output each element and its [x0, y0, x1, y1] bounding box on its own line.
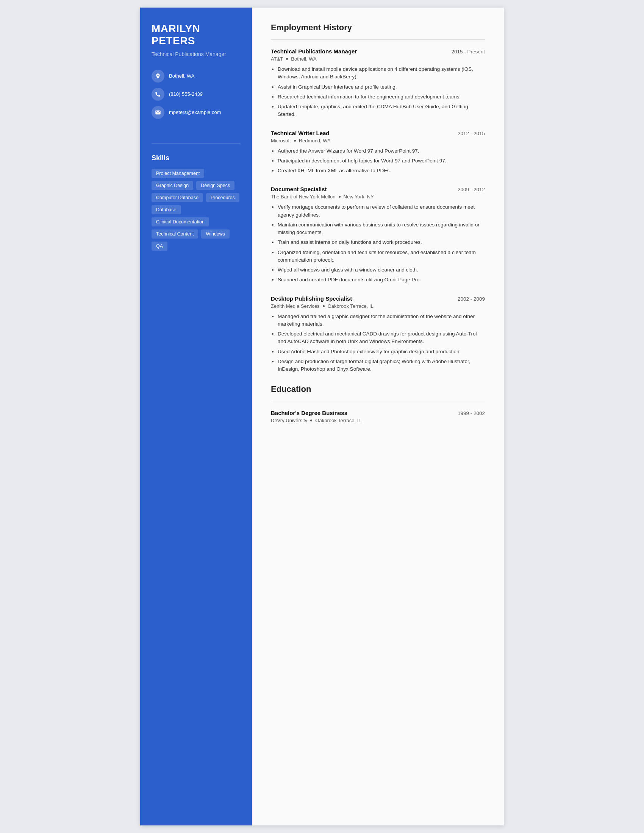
- job-title: Desktop Publishing Specialist: [271, 295, 352, 302]
- phone-icon: [151, 88, 164, 101]
- bullet-item: Scanned and created PDF documents utiliz…: [278, 276, 485, 284]
- bullet-item: Assist in Graphical User Interface and p…: [278, 83, 485, 91]
- sidebar: MARILYNPETERS Technical Publications Man…: [140, 8, 252, 825]
- bullet-item: Authored the Answer Wizards for Word 97 …: [278, 147, 485, 155]
- job-block: Desktop Publishing Specialist 2002 - 200…: [271, 295, 485, 373]
- job-header: Document Specialist 2009 - 2012: [271, 186, 485, 192]
- education-header: Bachelor's Degree Business 1999 - 2002: [271, 410, 485, 416]
- skill-tag: QA: [151, 241, 167, 251]
- skills-list: Project ManagementGraphic DesignDesign S…: [151, 169, 241, 251]
- bullet-item: Wiped all windows and glass with a windo…: [278, 266, 485, 274]
- skill-tag: Clinical Documentation: [151, 217, 209, 227]
- school-info: DeVry University Oakbrook Terrace, IL: [271, 418, 485, 423]
- education-heading: Education: [271, 384, 485, 394]
- bullet-item: Verify mortgage documents to perform a r…: [278, 203, 485, 219]
- resume-container: MARILYNPETERS Technical Publications Man…: [140, 8, 504, 825]
- job-dates: 2009 - 2012: [457, 187, 485, 192]
- school-location: Oakbrook Terrace, IL: [315, 418, 361, 423]
- employment-heading: Employment History: [271, 23, 485, 32]
- education-container: Bachelor's Degree Business 1999 - 2002 D…: [271, 410, 485, 423]
- bullet-item: Managed and trained a graphic designer f…: [278, 313, 485, 328]
- job-title: Document Specialist: [271, 186, 327, 192]
- job-company: Zenith Media Services Oakbrook Terrace, …: [271, 303, 485, 309]
- contact-location: Bothell, WA: [151, 70, 241, 82]
- skill-tag: Procedures: [206, 193, 240, 202]
- bullet-item: Design and production of large format di…: [278, 358, 485, 373]
- contact-section: Bothell, WA (810) 555-2439 mpeters@examp…: [151, 70, 241, 124]
- company-location: Bothell, WA: [291, 56, 316, 62]
- phone-text: (810) 555-2439: [169, 91, 203, 97]
- candidate-name: MARILYNPETERS: [151, 23, 241, 47]
- job-company: AT&T Bothell, WA: [271, 56, 485, 62]
- company-location: Redmond, WA: [299, 138, 331, 143]
- job-header: Technical Publications Manager 2015 - Pr…: [271, 48, 485, 55]
- job-dates: 2015 - Present: [451, 49, 485, 55]
- job-company: The Bank of New York Mellon New York, NY: [271, 194, 485, 199]
- school-dot: [310, 420, 312, 421]
- sidebar-divider: [151, 143, 241, 143]
- company-location: Oakbrook Terrace, IL: [328, 303, 374, 309]
- job-title: Technical Publications Manager: [271, 48, 357, 55]
- bullet-item: Train and assist interns on daily functi…: [278, 238, 485, 246]
- skill-tag: Technical Content: [151, 230, 198, 238]
- education-divider: [271, 401, 485, 401]
- location-text: Bothell, WA: [169, 73, 194, 79]
- job-header: Technical Writer Lead 2012 - 2015: [271, 130, 485, 136]
- email-text: mpeters@example.com: [169, 109, 221, 115]
- education-dates: 1999 - 2002: [457, 410, 485, 416]
- email-icon: [151, 106, 164, 119]
- job-block: Technical Publications Manager 2015 - Pr…: [271, 48, 485, 119]
- skills-heading: Skills: [151, 154, 241, 162]
- bullet-item: Maintain communication with various busi…: [278, 221, 485, 236]
- skill-tag: Windows: [201, 230, 230, 238]
- jobs-container: Technical Publications Manager 2015 - Pr…: [271, 48, 485, 373]
- company-dot: [294, 140, 296, 142]
- job-title: Technical Writer Lead: [271, 130, 330, 136]
- company-location: New York, NY: [344, 194, 374, 199]
- job-bullets: Verify mortgage documents to perform a r…: [271, 203, 485, 284]
- job-bullets: Download and install mobile device appli…: [271, 66, 485, 119]
- job-header: Desktop Publishing Specialist 2002 - 200…: [271, 295, 485, 302]
- job-dates: 2012 - 2015: [457, 130, 485, 136]
- bullet-item: Created XHTML from XML as alternative to…: [278, 167, 485, 175]
- skill-tag: Project Management: [151, 169, 204, 178]
- company-dot: [286, 58, 288, 60]
- bullet-item: Download and install mobile device appli…: [278, 66, 485, 81]
- main-content: Employment History Technical Publication…: [252, 8, 504, 825]
- company-name: AT&T: [271, 56, 283, 62]
- bullet-item: Updated template, graphics, and edited t…: [278, 103, 485, 119]
- job-dates: 2002 - 2009: [457, 296, 485, 302]
- job-block: Technical Writer Lead 2012 - 2015 Micros…: [271, 130, 485, 175]
- company-dot: [323, 305, 325, 307]
- bullet-item: Developed electrical and mechanical CADD…: [278, 330, 485, 346]
- bullet-item: Participated in development of help topi…: [278, 157, 485, 165]
- job-company: Microsoft Redmond, WA: [271, 138, 485, 143]
- skills-section: Skills Project ManagementGraphic DesignD…: [151, 154, 241, 251]
- bullet-item: Used Adobe Flash and Photoshop extensive…: [278, 348, 485, 355]
- candidate-title: Technical Publications Manager: [151, 51, 241, 58]
- company-name: Microsoft: [271, 138, 291, 143]
- company-dot: [339, 196, 341, 198]
- education-section: Education Bachelor's Degree Business 199…: [271, 384, 485, 423]
- job-bullets: Managed and trained a graphic designer f…: [271, 313, 485, 373]
- school-name: DeVry University: [271, 418, 307, 423]
- contact-email: mpeters@example.com: [151, 106, 241, 119]
- location-icon: [151, 70, 164, 82]
- bullet-item: Organized training, orientation and tech…: [278, 249, 485, 264]
- skill-tag: Database: [151, 205, 181, 214]
- company-name: The Bank of New York Mellon: [271, 194, 336, 199]
- contact-phone: (810) 555-2439: [151, 88, 241, 101]
- skill-tag: Computer Database: [151, 193, 203, 202]
- skill-tag: Design Specs: [196, 181, 235, 190]
- degree-title: Bachelor's Degree Business: [271, 410, 348, 416]
- bullet-item: Researched technical information to for …: [278, 93, 485, 101]
- job-bullets: Authored the Answer Wizards for Word 97 …: [271, 147, 485, 175]
- skill-tag: Graphic Design: [151, 181, 193, 190]
- job-block: Document Specialist 2009 - 2012 The Bank…: [271, 186, 485, 284]
- company-name: Zenith Media Services: [271, 303, 320, 309]
- employment-divider: [271, 39, 485, 40]
- education-block: Bachelor's Degree Business 1999 - 2002 D…: [271, 410, 485, 423]
